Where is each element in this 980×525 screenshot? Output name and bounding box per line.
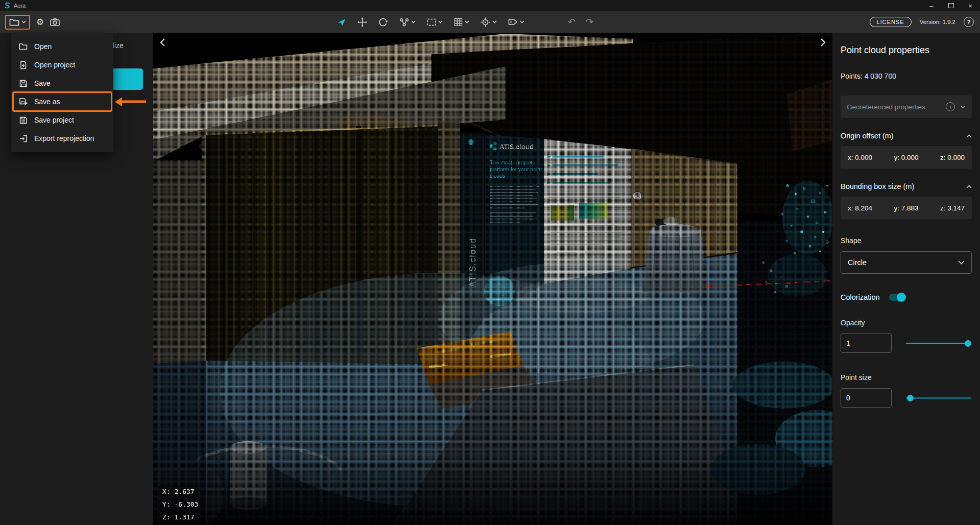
orbit-rotate-icon <box>378 17 388 27</box>
license-button[interactable]: LICENSE <box>870 17 912 27</box>
properties-panel: Point cloud properties Points: 4 030 700… <box>832 33 980 525</box>
version-label: Version: 1.9.2 <box>920 19 955 25</box>
menu-item-save-project[interactable]: Save project <box>11 111 113 129</box>
folder-icon <box>19 42 28 51</box>
bounding-box-header[interactable]: Bounding box size (m) <box>841 182 972 190</box>
point-cloud-canvas[interactable]: ATIS.cloud ATIS.cloud The most complete … <box>153 33 832 525</box>
chevron-down-icon <box>520 20 524 23</box>
screenshot-button[interactable] <box>50 18 60 26</box>
panel-title: Point cloud properties <box>841 45 972 56</box>
app-title: Aura <box>14 3 26 9</box>
bbox-z: z: 3.147 <box>940 204 965 212</box>
nodes-icon <box>399 18 409 27</box>
cursor-coordinates: X: 2.637 Y: -6.303 Z: 1.317 <box>158 484 202 522</box>
undo-button[interactable]: ↶ <box>568 17 576 27</box>
menu-item-open[interactable]: Open <box>11 37 113 56</box>
chevron-down-icon <box>958 260 965 265</box>
folder-icon <box>9 18 19 26</box>
menu-item-open-project[interactable]: Open project <box>11 56 113 74</box>
opacity-label: Opacity <box>841 319 972 327</box>
toolbar: ⚙ <box>0 11 980 33</box>
collapse-right-panel-chevron[interactable] <box>820 38 826 47</box>
coord-x: X: 2.637 <box>158 486 199 497</box>
toggle-knob <box>897 293 906 302</box>
bounding-box-values: x: 8.204 y: 7.883 z: 3.147 <box>841 197 972 219</box>
origin-y: y: 0.000 <box>894 154 918 161</box>
chevron-down-icon <box>465 20 469 23</box>
point-size-slider-knob[interactable] <box>907 395 914 401</box>
georeferenced-section[interactable]: Georeferenced properties i <box>841 96 972 118</box>
grid-icon <box>454 18 463 27</box>
points-count: Points: 4 030 700 <box>841 72 972 80</box>
file-menu-button[interactable] <box>5 15 30 30</box>
chevron-down-icon <box>411 20 416 23</box>
point-size-input[interactable] <box>841 388 892 408</box>
selection-tool-button[interactable] <box>427 18 443 26</box>
focus-tool-button[interactable] <box>481 17 497 27</box>
gear-icon: ⚙ <box>36 18 44 27</box>
pan-tool-button[interactable] <box>357 17 367 27</box>
grid-tool-button[interactable] <box>454 18 469 27</box>
origin-offset-header[interactable]: Origin offset (m) <box>841 132 972 140</box>
maximize-icon <box>948 3 954 8</box>
navigation-pointer-icon <box>337 17 346 27</box>
origin-x: x: 0.000 <box>848 154 872 161</box>
point-size-label: Point size <box>841 373 972 381</box>
collapse-left-panel-chevron[interactable] <box>159 38 165 47</box>
info-icon[interactable]: i <box>946 102 955 111</box>
file-plus-icon <box>19 61 28 69</box>
tag-icon <box>508 18 518 26</box>
redo-button[interactable]: ↷ <box>586 17 593 27</box>
menu-item-export-reprojection[interactable]: Export reprojection <box>11 129 113 148</box>
file-menu: Open Open project Save Save as Save proj… <box>11 33 113 152</box>
bbox-y: y: 7.883 <box>894 204 918 212</box>
settings-button[interactable]: ⚙ <box>36 18 44 27</box>
opacity-slider-knob[interactable] <box>965 340 971 347</box>
move-arrows-icon <box>357 17 367 27</box>
redo-icon: ↷ <box>586 17 593 27</box>
camera-icon <box>50 18 60 26</box>
crosshair-focus-icon <box>481 17 490 27</box>
orbit-tool-button[interactable] <box>378 17 388 27</box>
menu-item-save[interactable]: Save <box>11 74 113 92</box>
point-size-slider[interactable] <box>906 394 971 402</box>
selection-rect-icon <box>427 18 436 26</box>
close-button[interactable]: × <box>961 0 980 11</box>
coord-z: Z: 1.317 <box>158 512 199 522</box>
save-as-floppy-pencil-icon <box>19 98 28 106</box>
app-logo-icon <box>4 2 11 9</box>
maximize-button[interactable] <box>941 0 961 11</box>
bbox-x: x: 8.204 <box>848 204 872 212</box>
menu-item-save-as[interactable]: Save as <box>11 92 113 111</box>
shape-label: Shape <box>841 236 972 245</box>
chevron-down-icon <box>21 20 26 23</box>
3d-viewport[interactable]: ATIS.cloud ATIS.cloud The most complete … <box>153 33 832 525</box>
chevron-up-icon <box>966 134 972 138</box>
save-project-icon <box>19 116 28 125</box>
chevron-down-icon <box>492 20 497 23</box>
origin-z: z: 0.000 <box>940 154 965 161</box>
export-icon <box>19 134 28 143</box>
opacity-input[interactable] <box>841 333 892 353</box>
help-button[interactable]: ? <box>964 17 974 27</box>
navigate-tool-button[interactable] <box>337 17 346 27</box>
chevron-up-icon <box>966 185 972 188</box>
titlebar: Aura – × <box>0 0 980 11</box>
undo-icon: ↶ <box>568 17 576 27</box>
save-floppy-icon <box>19 79 28 88</box>
colorization-toggle[interactable] <box>889 294 904 301</box>
chevron-down-icon <box>438 20 443 23</box>
opacity-slider[interactable] <box>906 339 971 347</box>
chevron-down-icon <box>960 105 966 109</box>
origin-offset-values: x: 0.000 y: 0.000 z: 0.000 <box>841 146 972 169</box>
shape-dropdown[interactable]: Circle <box>841 251 972 274</box>
scene-graph-button[interactable] <box>399 18 416 27</box>
colorization-label: Colorization <box>841 293 880 301</box>
annotation-tool-button[interactable] <box>508 18 524 26</box>
minimize-button[interactable]: – <box>922 0 941 11</box>
coord-y: Y: -6.303 <box>158 499 202 510</box>
